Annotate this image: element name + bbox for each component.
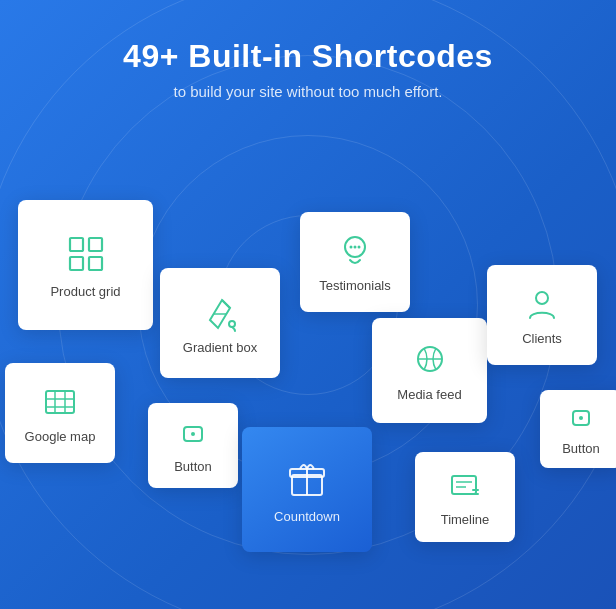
- card-clients[interactable]: Clients: [487, 265, 597, 365]
- card-gradient-box[interactable]: Gradient box: [160, 268, 280, 378]
- testimonials-icon: [336, 232, 374, 270]
- card-button[interactable]: Button: [148, 403, 238, 488]
- page-title: 49+ Built-in Shortcodes: [0, 38, 616, 75]
- countdown-label: Countdown: [274, 509, 340, 524]
- svg-rect-0: [70, 238, 83, 251]
- svg-point-8: [358, 245, 361, 248]
- header-section: 49+ Built-in Shortcodes to build your si…: [0, 0, 616, 100]
- clients-icon: [523, 285, 561, 323]
- svg-point-11: [536, 292, 548, 304]
- product-grid-label: Product grid: [50, 284, 120, 299]
- card-google-map[interactable]: Google map: [5, 363, 115, 463]
- gradient-box-label: Gradient box: [183, 340, 257, 355]
- product-grid-icon: [64, 232, 108, 276]
- google-map-label: Google map: [25, 429, 96, 444]
- svg-rect-1: [89, 238, 102, 251]
- page-subtitle: to build your site without too much effo…: [0, 83, 616, 100]
- gradient-box-icon: [200, 292, 240, 332]
- button-icon: [176, 417, 210, 451]
- clients-label: Clients: [522, 331, 562, 346]
- svg-rect-12: [46, 391, 74, 413]
- svg-rect-2: [70, 257, 83, 270]
- button-label: Button: [174, 459, 212, 474]
- card-product-grid[interactable]: Product grid: [18, 200, 153, 330]
- countdown-icon: [284, 455, 330, 501]
- testimonials-label: Testimonials: [319, 278, 391, 293]
- svg-rect-3: [89, 257, 102, 270]
- svg-rect-22: [452, 476, 476, 494]
- button-right-icon: [566, 403, 596, 433]
- timeline-icon: [447, 468, 483, 504]
- svg-point-6: [350, 245, 353, 248]
- media-feed-label: Media feed: [397, 387, 461, 402]
- card-media-feed[interactable]: Media feed: [372, 318, 487, 423]
- svg-point-18: [191, 432, 195, 436]
- google-map-icon: [41, 383, 79, 421]
- card-timeline[interactable]: Timeline: [415, 452, 515, 542]
- card-countdown[interactable]: Countdown: [242, 427, 372, 552]
- card-button-right[interactable]: Button: [540, 390, 616, 468]
- timeline-label: Timeline: [441, 512, 490, 527]
- card-testimonials[interactable]: Testimonials: [300, 212, 410, 312]
- svg-point-28: [579, 416, 583, 420]
- svg-point-7: [354, 245, 357, 248]
- button-right-label: Button: [562, 441, 600, 456]
- media-feed-icon: [410, 339, 450, 379]
